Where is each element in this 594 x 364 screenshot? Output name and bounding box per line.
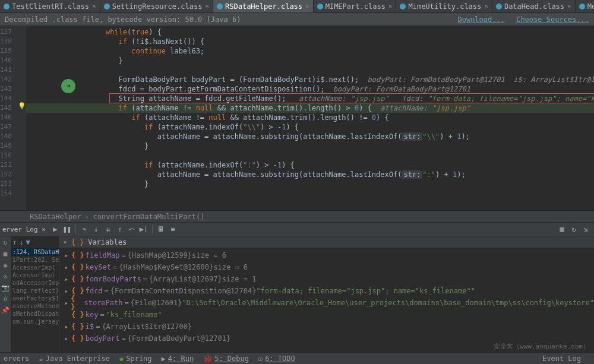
variable-row[interactable]: ▸{ }fdcd={FormDataContentDisposition@127… xyxy=(59,285,594,297)
step-over-icon[interactable]: ↷ xyxy=(79,224,90,235)
rerun-icon[interactable]: ↻ xyxy=(4,239,8,246)
tab-testclient[interactable]: TestClientRT.class× xyxy=(0,0,100,12)
close-icon[interactable]: × xyxy=(205,2,209,10)
filter-frames-icon[interactable]: ▼ xyxy=(26,238,30,246)
view-breakpoints-icon[interactable]: ◉ xyxy=(4,261,8,269)
code-area[interactable]: while(true) { if (!i$.hasNext()) { conti… xyxy=(26,26,594,210)
pin-icon[interactable]: 📌 xyxy=(1,306,10,314)
choose-sources-link[interactable]: Choose Sources... xyxy=(516,15,589,24)
stop-icon[interactable]: ■ xyxy=(4,250,8,258)
variable-row[interactable]: ▸{ }fomrBodyParts={ArrayList@12697} size… xyxy=(59,273,594,285)
frame-row[interactable]: AccessorImpl {sun.re xyxy=(11,264,59,271)
close-icon[interactable]: × xyxy=(567,2,571,10)
close-icon[interactable]: × xyxy=(305,2,309,10)
frame-row[interactable]: okerFactory$1 {com.s xyxy=(11,295,59,302)
prev-frame-icon[interactable]: ↑ xyxy=(12,238,17,246)
frames-panel[interactable]: ↑↓▼ :124, RSDataHelper ( iPart:202, Sett… xyxy=(11,236,59,352)
tab-mimeutility[interactable]: MimeUtility.class× xyxy=(396,0,492,12)
pause-icon[interactable]: ❚❚ xyxy=(62,224,72,235)
variable-row[interactable]: { }key="ks_filename" xyxy=(59,309,594,321)
restore-layout-icon[interactable]: ↻ xyxy=(568,224,579,235)
toolwindow-debug[interactable]: 🐞 5: Debug xyxy=(203,354,249,363)
variable-row[interactable]: ▸{ }keySet={HashMap$KeySet@12600} size =… xyxy=(59,261,594,273)
line-gutter: 137138139140 141142143144 145146147148 1… xyxy=(0,26,18,210)
evaluate-icon[interactable]: 🖩 xyxy=(156,224,166,235)
frame-row[interactable]: AccessorImpl {sun.re xyxy=(11,271,59,279)
toolwindow-run[interactable]: ▶ 4: Run xyxy=(162,354,194,363)
gutter-margin: 💡 xyxy=(18,26,26,210)
close-icon[interactable]: × xyxy=(388,2,393,10)
frame-row[interactable]: odAccessorImpl {sun xyxy=(11,279,59,287)
intention-bulb-icon[interactable]: 💡 xyxy=(18,102,26,112)
toolwindow-servers[interactable]: ervers xyxy=(4,354,29,363)
debug-panel: ↻ ■ ◉ ⊘ 📷 ⚙ 📌 ↑↓▼ :124, RSDataHelper ( i… xyxy=(0,236,594,352)
tab-settingresource[interactable]: SettingResource.class× xyxy=(100,0,213,12)
highlight-box xyxy=(109,93,594,103)
next-frame-icon[interactable]: ↓ xyxy=(19,238,23,246)
tab-datahead[interactable]: DataHead.class× xyxy=(492,0,576,12)
settings-gear-icon[interactable]: ⚙ xyxy=(4,295,8,303)
step-out-icon[interactable]: ↑ xyxy=(115,224,125,235)
tab-rsdatahelper[interactable]: RSDataHelper.class× xyxy=(213,0,314,12)
tab-memorydata[interactable]: MemoryData.class× xyxy=(576,0,594,12)
trace-icon[interactable]: ≡ xyxy=(168,224,178,235)
frame-row[interactable]: iPart:202, Setting xyxy=(11,256,59,264)
toolwindow-javaee[interactable]: ☕ Java Enterprise xyxy=(39,354,110,363)
breadcrumb[interactable]: RSDataHelper › convertFormDataMultiPart(… xyxy=(0,210,594,222)
infobar-text: Decompiled .class file, bytecode version… xyxy=(5,15,241,24)
code-editor[interactable]: 137138139140 141142143144 145146147148 1… xyxy=(0,26,594,210)
drop-frame-icon[interactable]: ⤺ xyxy=(127,224,137,235)
variable-row[interactable]: ▸{ }storePath={File@12601} "D:\Soft\Orac… xyxy=(59,297,594,309)
frame-row[interactable]: :124, RSDataHelper ( xyxy=(11,248,59,256)
download-link[interactable]: Download... xyxy=(457,15,504,24)
settings-icon[interactable]: ⇲ xyxy=(580,224,591,235)
force-step-into-icon[interactable]: ⇊ xyxy=(103,224,113,235)
resume-icon[interactable]: ▶ xyxy=(50,224,61,235)
decompile-infobar: Decompiled .class file, bytecode version… xyxy=(0,13,594,26)
run-to-cursor-icon[interactable]: ▶❘ xyxy=(138,224,149,235)
frame-row[interactable]: aMethodDispatcher {c xyxy=(11,310,59,318)
step-into-icon[interactable]: ↓ xyxy=(91,224,102,235)
frame-row[interactable]: esourceMethodDispatc xyxy=(11,302,59,310)
toolwindow-todo[interactable]: ☑ 6: TODO xyxy=(258,354,295,363)
variable-row[interactable]: ▸{ }i$={ArrayList$Itr@12700} xyxy=(59,321,594,333)
status-bar: ervers ☕ Java Enterprise ❀ Spring ▶ 4: R… xyxy=(0,352,594,364)
editor-tabs: TestClientRT.class× SettingResource.clas… xyxy=(0,0,594,13)
debug-side-toolbar: ↻ ■ ◉ ⊘ 📷 ⚙ 📌 xyxy=(0,236,11,352)
close-icon[interactable]: × xyxy=(92,2,96,10)
mute-breakpoints-icon[interactable]: ⊘ xyxy=(4,273,8,280)
layout-icon[interactable]: ▦ xyxy=(557,224,567,235)
toolwindow-spring[interactable]: ❀ Spring xyxy=(119,354,152,363)
server-log-tab[interactable]: erver Log × xyxy=(2,226,49,233)
variables-header: ▾ { } Variables xyxy=(59,236,594,248)
watermark-text: 安全客（www.anquanke.com） xyxy=(494,342,589,351)
event-log[interactable]: Event Log xyxy=(542,354,581,363)
frame-row[interactable]: om.sun.jersey... xyxy=(11,318,59,325)
tab-mimepart[interactable]: MIMEPart.class× xyxy=(314,0,397,12)
variable-row[interactable]: ▸{ }fieldMap={HashMap@12599} size = 6 xyxy=(59,249,594,261)
debug-toolbar: erver Log × ▶ ❚❚ ↷ ↓ ⇊ ↑ ⤺ ▶❘ 🖩 ≡ ▦ ↻ ⇲ xyxy=(0,222,594,236)
variables-panel: ▾ { } Variables ➜ ▸{ }fieldMap={HashMap@… xyxy=(59,236,594,352)
frame-row[interactable]: lang.reflect} xyxy=(11,287,59,295)
get-thread-dump-icon[interactable]: 📷 xyxy=(1,284,10,292)
close-icon[interactable]: × xyxy=(484,2,488,10)
